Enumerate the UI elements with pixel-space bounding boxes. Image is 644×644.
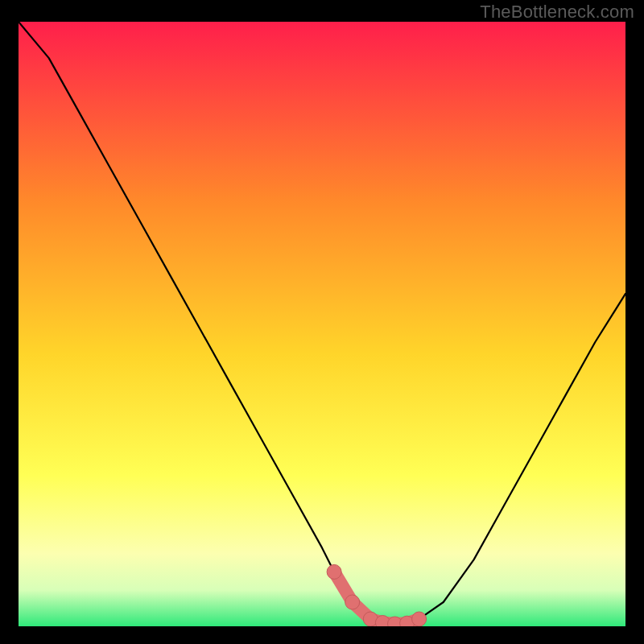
gradient-background: [19, 22, 625, 626]
optimal-range-marker: [327, 564, 341, 579]
chart-frame: TheBottleneck.com: [0, 0, 644, 644]
optimal-range-marker: [345, 595, 360, 609]
chart-svg: [19, 22, 625, 626]
chart-plot-area: [19, 22, 625, 626]
optimal-range-marker: [412, 612, 427, 626]
watermark-text: TheBottleneck.com: [480, 2, 634, 23]
